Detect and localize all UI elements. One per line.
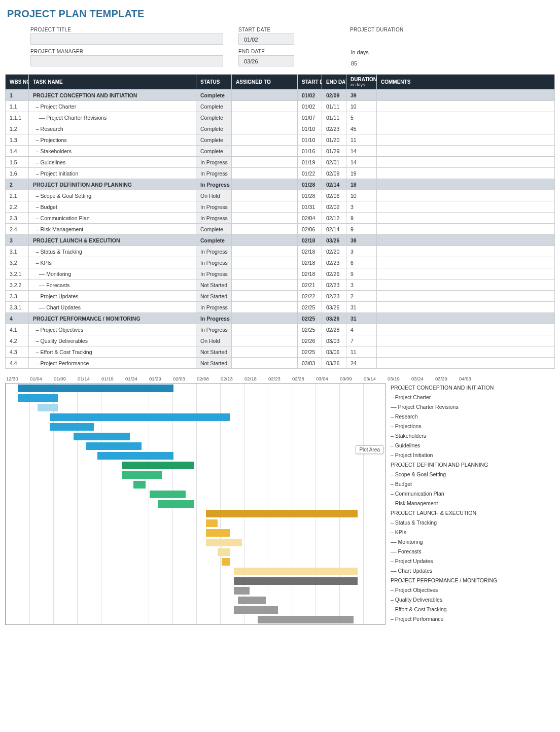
cell-assigned[interactable] (232, 157, 298, 168)
gantt-bar[interactable] (86, 442, 142, 450)
end-date-input[interactable]: 03/26 (238, 55, 294, 66)
cell-comments[interactable] (377, 335, 555, 346)
cell-assigned[interactable] (232, 257, 298, 268)
gantt-bar[interactable] (234, 587, 250, 595)
cell-status[interactable]: Complete (196, 112, 232, 123)
cell-status[interactable]: Not Started (196, 280, 232, 291)
gantt-bar[interactable] (158, 500, 194, 508)
project-title-input[interactable] (30, 33, 223, 45)
cell-comments[interactable] (377, 179, 555, 190)
cell-assigned[interactable] (232, 201, 298, 213)
cell-status[interactable]: In Progress (196, 168, 232, 179)
cell-assigned[interactable] (232, 268, 298, 280)
cell-status[interactable]: In Progress (196, 213, 232, 224)
cell-comments[interactable] (377, 101, 555, 112)
gantt-bar[interactable] (206, 519, 218, 527)
cell-comments[interactable] (377, 313, 555, 324)
cell-comments[interactable] (377, 235, 555, 246)
gantt-bar[interactable] (206, 529, 230, 537)
table-row[interactable]: 4.1 – Project ObjectivesIn Progress02/25… (6, 324, 555, 335)
table-row[interactable]: 3PROJECT LAUNCH & EXECUTIONComplete02/18… (6, 235, 555, 246)
cell-assigned[interactable] (232, 235, 298, 246)
table-row[interactable]: 4.4 – Project PerformanceNot Started03/0… (6, 358, 555, 369)
table-row[interactable]: 3.2.2 –– ForecastsNot Started02/2102/233 (6, 280, 555, 291)
cell-comments[interactable] (377, 324, 555, 335)
cell-comments[interactable] (377, 190, 555, 201)
gantt-bar[interactable] (206, 539, 242, 546)
cell-comments[interactable] (377, 268, 555, 280)
table-row[interactable]: 1.2 – ResearchComplete01/1002/2345 (6, 123, 555, 134)
cell-comments[interactable] (377, 146, 555, 157)
cell-status[interactable]: Complete (196, 235, 232, 246)
cell-assigned[interactable] (232, 324, 298, 335)
table-row[interactable]: 1.3 – ProjectionsComplete01/1001/2011 (6, 134, 555, 146)
gantt-bar[interactable] (50, 413, 230, 421)
table-row[interactable]: 2PROJECT DEFINITION AND PLANNINGIn Progr… (6, 179, 555, 190)
cell-comments[interactable] (377, 201, 555, 213)
cell-assigned[interactable] (232, 224, 298, 235)
table-row[interactable]: 1.1.1 –– Project Charter RevisionsComple… (6, 112, 555, 123)
table-row[interactable]: 2.1 – Scope & Goal SettingOn Hold01/2802… (6, 190, 555, 201)
table-row[interactable]: 3.2 – KPIsIn Progress02/1802/236 (6, 257, 555, 268)
gantt-bar[interactable] (234, 606, 278, 614)
table-row[interactable]: 2.2 – BudgetIn Progress01/3102/023 (6, 201, 555, 213)
gantt-bar[interactable] (50, 423, 94, 431)
cell-status[interactable]: Not Started (196, 346, 232, 358)
cell-assigned[interactable] (232, 146, 298, 157)
gantt-bar[interactable] (150, 491, 186, 498)
cell-comments[interactable] (377, 280, 555, 291)
cell-assigned[interactable] (232, 246, 298, 257)
cell-status[interactable]: Complete (196, 123, 232, 134)
cell-comments[interactable] (377, 291, 555, 302)
cell-assigned[interactable] (232, 213, 298, 224)
gantt-bar[interactable] (238, 597, 266, 604)
cell-status[interactable]: In Progress (196, 257, 232, 268)
table-row[interactable]: 2.4 – Risk ManagementComplete02/0602/149 (6, 224, 555, 235)
table-row[interactable]: 4PROJECT PERFORMANCE / MONITORINGIn Prog… (6, 313, 555, 324)
cell-comments[interactable] (377, 346, 555, 358)
cell-status[interactable]: Not Started (196, 358, 232, 369)
gantt-bar[interactable] (18, 385, 174, 392)
cell-assigned[interactable] (232, 302, 298, 313)
gantt-bar[interactable] (222, 558, 230, 566)
cell-status[interactable]: Complete (196, 224, 232, 235)
cell-assigned[interactable] (232, 335, 298, 346)
table-row[interactable]: 1.6 – Project InitiationIn Progress01/22… (6, 168, 555, 179)
cell-comments[interactable] (377, 358, 555, 369)
gantt-bar[interactable] (122, 462, 194, 469)
cell-assigned[interactable] (232, 190, 298, 201)
cell-comments[interactable] (377, 90, 555, 101)
cell-comments[interactable] (377, 168, 555, 179)
cell-status[interactable]: In Progress (196, 313, 232, 324)
table-row[interactable]: 3.2.1 –– MonitoringIn Progress02/1802/26… (6, 268, 555, 280)
project-manager-input[interactable] (30, 55, 223, 66)
cell-status[interactable]: Complete (196, 101, 232, 112)
cell-comments[interactable] (377, 246, 555, 257)
cell-status[interactable]: Complete (196, 146, 232, 157)
cell-status[interactable]: In Progress (196, 246, 232, 257)
cell-status[interactable]: In Progress (196, 179, 232, 190)
cell-assigned[interactable] (232, 291, 298, 302)
gantt-bar[interactable] (97, 452, 173, 460)
gantt-bar[interactable] (122, 471, 162, 479)
cell-comments[interactable] (377, 112, 555, 123)
gantt-bar[interactable] (206, 510, 358, 517)
gantt-bar[interactable] (234, 577, 358, 585)
table-row[interactable]: 1.4 – StakeholdersComplete01/1601/2914 (6, 146, 555, 157)
cell-assigned[interactable] (232, 90, 298, 101)
table-row[interactable]: 3.3.1 –– Chart UpdatesIn Progress02/2503… (6, 302, 555, 313)
cell-status[interactable]: In Progress (196, 268, 232, 280)
table-row[interactable]: 1.5 – GuidelinesIn Progress01/1902/0114 (6, 157, 555, 168)
cell-assigned[interactable] (232, 358, 298, 369)
gantt-bar[interactable] (18, 394, 58, 402)
cell-comments[interactable] (377, 134, 555, 146)
cell-status[interactable]: In Progress (196, 302, 232, 313)
cell-status[interactable]: Complete (196, 90, 232, 101)
start-date-input[interactable]: 01/02 (238, 33, 294, 45)
cell-assigned[interactable] (232, 346, 298, 358)
cell-status[interactable]: Complete (196, 134, 232, 146)
cell-assigned[interactable] (232, 123, 298, 134)
gantt-bar[interactable] (234, 568, 358, 575)
gantt-bar[interactable] (258, 616, 354, 623)
table-row[interactable]: 4.3 – Effort & Cost TrackingNot Started0… (6, 346, 555, 358)
